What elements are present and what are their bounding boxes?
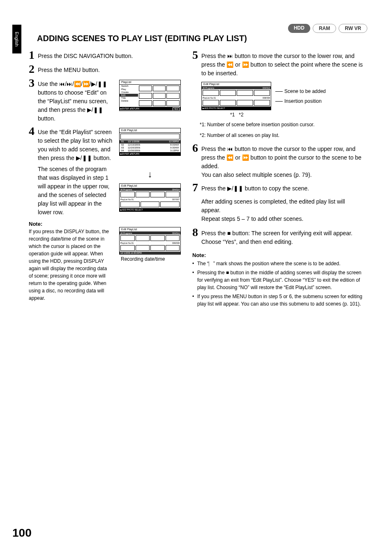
- callout-insertion-position: Insertion position: [275, 96, 326, 106]
- edit-title: Edit PlayList: [120, 184, 180, 188]
- note-label: Note:: [29, 221, 181, 227]
- recording-datetime: 12/ 1/2006 12:30:00PM: [120, 252, 142, 254]
- menu-item: Create: [121, 91, 128, 94]
- list-title: Edit PlayList: [120, 128, 180, 133]
- step-1-text: Press the DISC NAVIGATION button.: [38, 49, 133, 61]
- step-6a-text: Press the ⏮ button to move the cursor to…: [201, 145, 365, 171]
- step-number-1: 1: [29, 49, 38, 61]
- right-note-bullet: If you press the MENU button in step 5 o…: [192, 293, 365, 308]
- page-title: ADDING SCENES TO PLAY LIST (EDITING PLAY…: [37, 34, 247, 43]
- edit-footer: ▶ADD PHOTO SELECT: [120, 208, 180, 211]
- edit-playlist-scenes-screenshot: Edit PlayList All Programs004/014 PlayLi…: [119, 183, 181, 212]
- step-8b-text: Choose “Yes”, and then end editing.: [201, 238, 353, 246]
- menu-item: Title: [121, 97, 128, 100]
- badge-ram: RAM: [313, 24, 336, 33]
- badge-rwvr: RW VR: [339, 24, 367, 33]
- footnote-2: *2: Number of all scenes on play list.: [200, 132, 365, 139]
- menu-footer: ▶ENTER ●RETURN: [120, 107, 139, 110]
- step-number-5: 5: [192, 49, 201, 78]
- left-note-text: If you press the DISPLAY button, the rec…: [29, 228, 111, 302]
- playlist-menu-screenshot: PlayList Switch Play Create Edit Title D…: [119, 80, 181, 111]
- step-6b-text: You can also select multiple scenes (p. …: [201, 171, 365, 179]
- step-number-4: 4: [29, 125, 38, 217]
- menu-tag: HDD: [173, 107, 180, 111]
- menu-item: Delete: [121, 100, 128, 102]
- step-4a-text: Use the “Edit Playlist” screen to select…: [38, 128, 115, 162]
- step-7a-text: Press the ▶/❚❚ button to copy the scene.: [201, 182, 309, 193]
- callout-scene-to-add: Scene to be added: [275, 86, 326, 96]
- step-2-text: Press the MENU button.: [38, 63, 100, 75]
- footnote-1: *1: Number of scene before insertion pos…: [200, 121, 365, 128]
- step-7b-text: After adding scenes is completed, the ed…: [201, 197, 365, 215]
- format-badges: HDD RAM RW VR: [288, 24, 367, 33]
- menu-item: Play: [121, 88, 128, 91]
- menu-item-selected: Edit: [121, 94, 128, 97]
- badge-hdd: HDD: [288, 24, 310, 33]
- step-number-7: 7: [192, 182, 201, 193]
- step-number-8: 8: [192, 227, 201, 246]
- menu-title: PlayList: [120, 80, 180, 85]
- right-note-bullet: Pressing the ■ button in the middle of a…: [192, 269, 365, 291]
- right-note-bullet: The “⎸” mark shows the position where th…: [192, 260, 365, 267]
- note-label-right: Note:: [192, 252, 365, 258]
- step-number-3: 3: [29, 77, 38, 123]
- step-8a-text: Press the ■ button: The screen for verif…: [201, 229, 353, 238]
- edit-playlist-insert-screenshot: Edit PlayList All Programs004/014 PlayLi…: [201, 82, 271, 110]
- edit-playlist-datetime-screenshot: Edit PlayList All Programs004/014 PlayLi…: [119, 227, 181, 255]
- menu-item: Switch: [121, 85, 128, 88]
- recording-datetime-caption: Recording date/time: [119, 256, 181, 262]
- step-number-2: 2: [29, 63, 38, 75]
- arrow-down-icon: ↓: [119, 167, 181, 181]
- list-footer: ▶ENTER ●RETURN: [120, 152, 180, 155]
- step-5-text: Press the ⏭ button to move the cursor to…: [201, 49, 365, 78]
- step-4b-text: The scenes of the program that was displ…: [38, 165, 115, 217]
- step-7c-text: Repeat steps 5 – 7 to add other scenes.: [201, 215, 365, 223]
- star-markers: *1 *2: [230, 112, 365, 118]
- page-number: 100: [12, 526, 32, 540]
- edit-playlist-list-screenshot: Edit PlayList 0112/ 1/200612:30PM 0212/1…: [119, 128, 181, 156]
- step-number-6: 6: [192, 142, 201, 179]
- step-3-text: Use the ⏮/⏭/⏪/⏩/▶/❚❚ buttons to choose “…: [38, 80, 115, 123]
- language-tab: English: [12, 25, 21, 53]
